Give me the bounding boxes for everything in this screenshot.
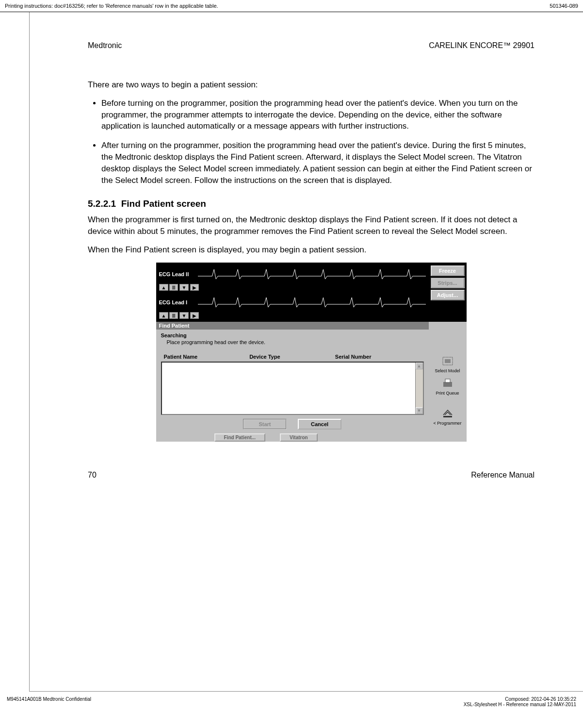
programmer-label: < Programmer [431, 421, 465, 426]
svg-rect-3 [445, 379, 450, 382]
find-patient-screenshot: ECG Lead II ▲ ≣ ▼ ▶ ECG Lead I [156, 263, 467, 442]
svg-rect-4 [443, 416, 452, 417]
doc-number: 501346-089 [550, 3, 578, 9]
brand-name: Medtronic [88, 41, 122, 50]
col-serial-number: Serial Number [335, 354, 421, 360]
strips-button[interactable]: Strips... [431, 278, 465, 288]
bullet-1: Before turning on the programmer, positi… [101, 98, 534, 132]
start-button[interactable]: Start [243, 419, 287, 430]
col-patient-name: Patient Name [164, 354, 250, 360]
freeze-button[interactable]: Freeze [431, 265, 465, 276]
patient-list[interactable]: ▲ ▼ [161, 362, 424, 415]
bullet-2: After turning on the programmer, positio… [101, 140, 534, 186]
dialog-instruction: Place programming head over the device. [167, 339, 424, 345]
list-scrollbar[interactable]: ▲ ▼ [415, 363, 423, 414]
ecg-lead-1-waveform [198, 294, 426, 311]
ecg-lead-2-waveform [198, 265, 426, 283]
tab-vitatron[interactable]: Vitatron [280, 433, 318, 442]
scroll-down-icon[interactable]: ▼ [416, 407, 423, 414]
dialog-status-heading: Searching [161, 332, 424, 338]
para-2: When the Find Patient screen is displaye… [88, 244, 534, 256]
ecg1-right-button[interactable]: ▶ [190, 284, 199, 291]
footer-stylesheet: XSL-Stylesheet H - Reference manual 12-M… [464, 702, 576, 707]
select-model-label: Select Model [431, 368, 465, 373]
footer-left: M945141A001B Medtronic Confidential [7, 696, 91, 707]
print-queue-shortcut[interactable]: Print Queue [431, 377, 465, 396]
para-1: When the programmer is first turned on, … [88, 214, 534, 237]
ecg1-down-button[interactable]: ▼ [179, 284, 189, 291]
ecg-lead-1-label: ECG Lead I [159, 299, 198, 305]
ecg-lead-2-label: ECG Lead II [159, 271, 198, 277]
programmer-shortcut[interactable]: < Programmer [431, 407, 465, 426]
product-name: CARELINK ENCORE™ 29901 [429, 41, 534, 50]
reference-manual-label: Reference Manual [471, 471, 534, 480]
ecg2-up-button[interactable]: ▲ [159, 312, 169, 319]
print-queue-label: Print Queue [431, 391, 465, 396]
select-model-shortcut[interactable]: Select Model [431, 355, 465, 373]
svg-rect-1 [445, 359, 451, 363]
adjust-button[interactable]: Adjust... [431, 290, 465, 300]
ecg1-list-button[interactable]: ≣ [169, 284, 178, 291]
tab-find-patient[interactable]: Find Patient... [214, 433, 266, 442]
page-number: 70 [88, 471, 97, 480]
col-device-type: Device Type [249, 354, 335, 360]
programmer-icon [440, 407, 455, 420]
ecg1-up-button[interactable]: ▲ [159, 284, 169, 291]
ecg2-list-button[interactable]: ≣ [169, 312, 178, 319]
cancel-button[interactable]: Cancel [298, 419, 341, 430]
section-number: 5.2.2.1 [88, 199, 116, 209]
ecg2-right-button[interactable]: ▶ [190, 312, 199, 319]
printer-icon [440, 377, 455, 390]
print-instructions: Printing instructions: doc#163256; refer… [5, 3, 218, 9]
ecg2-down-button[interactable]: ▼ [179, 312, 189, 319]
select-model-icon [440, 355, 455, 367]
footer-composed: Composed: 2012-04-26 10:35:22 [464, 696, 576, 702]
scroll-up-icon[interactable]: ▲ [416, 363, 423, 369]
intro-text: There are two ways to begin a patient se… [88, 79, 534, 91]
section-title: Find Patient screen [121, 199, 206, 209]
dialog-title: Find Patient [156, 322, 429, 330]
